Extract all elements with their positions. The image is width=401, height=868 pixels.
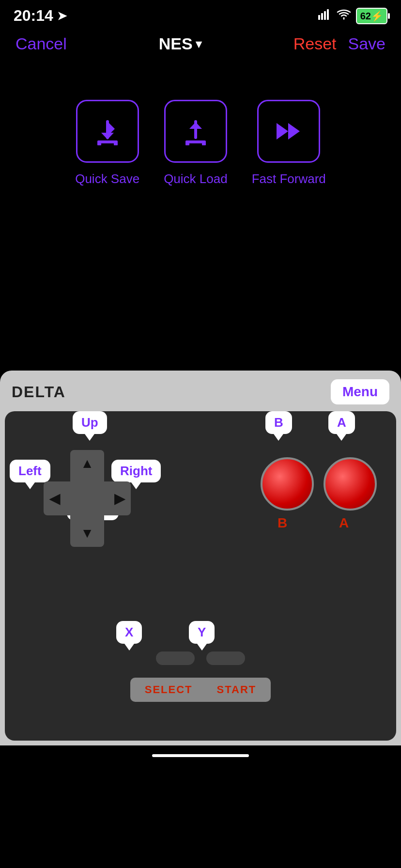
select-oval[interactable] xyxy=(156,651,195,665)
controller-body: Up Left Right Down ▲ ▼ ◀ ▶ xyxy=(5,411,396,741)
quick-save-icon-box xyxy=(76,100,139,163)
select-start-section: SELECT START xyxy=(128,651,273,702)
menu-button[interactable]: Menu xyxy=(331,379,389,404)
right-button[interactable]: Right xyxy=(111,460,161,482)
dpad-section: Up Left Right Down ▲ ▼ ◀ ▶ xyxy=(15,416,174,571)
status-bar: 20:14 ➤ 62⚡ xyxy=(0,0,401,29)
cancel-button[interactable]: Cancel xyxy=(15,34,67,53)
svg-rect-0 xyxy=(318,15,320,20)
svg-rect-1 xyxy=(321,13,323,20)
controller-area: DELTA Menu Up Left Right Down ▲ ▼ xyxy=(0,371,401,763)
nav-bar: Cancel NES ▾ Reset Save xyxy=(0,29,401,61)
nav-dropdown-arrow[interactable]: ▾ xyxy=(196,37,201,51)
nav-title: NES ▾ xyxy=(159,34,201,53)
svg-marker-11 xyxy=(189,122,202,129)
quick-save-item[interactable]: Quick Save xyxy=(75,100,139,186)
a-label: A xyxy=(339,515,349,531)
x-button[interactable]: X xyxy=(116,621,142,644)
svg-rect-14 xyxy=(202,142,206,145)
left-button[interactable]: Left xyxy=(10,460,50,482)
dpad-left-arrow: ◀ xyxy=(49,491,60,507)
b-button-label[interactable]: B xyxy=(265,411,292,434)
fast-forward-icon xyxy=(272,114,306,148)
quick-load-item[interactable]: Quick Load xyxy=(164,100,228,186)
main-content: Quick Save Quick Load xyxy=(0,61,401,371)
dpad-horizontal: ◀ ▶ xyxy=(44,481,131,515)
a-button-label[interactable]: A xyxy=(328,411,355,434)
fast-forward-item[interactable]: Fast Forward xyxy=(252,100,326,186)
delta-logo: DELTA xyxy=(12,383,66,401)
dpad-right-arrow: ▶ xyxy=(114,491,125,507)
svg-marker-6 xyxy=(101,133,114,140)
oval-buttons xyxy=(156,651,245,665)
svg-rect-2 xyxy=(324,11,326,20)
dpad-up-arrow: ▲ xyxy=(80,456,94,471)
quick-load-label: Quick Load xyxy=(164,171,228,186)
fast-forward-label: Fast Forward xyxy=(252,171,326,186)
start-button[interactable]: START xyxy=(217,683,257,696)
battery-level: 62 xyxy=(360,11,371,21)
svg-marker-16 xyxy=(288,123,300,140)
select-start-bar: SELECT START xyxy=(130,678,271,702)
svg-rect-3 xyxy=(327,9,329,20)
save-button[interactable]: Save xyxy=(348,34,386,53)
up-button[interactable]: Up xyxy=(73,411,107,434)
action-row: Quick Save Quick Load xyxy=(75,100,326,186)
status-time: 20:14 ➤ xyxy=(14,7,67,25)
svg-rect-8 xyxy=(97,142,101,145)
svg-rect-9 xyxy=(114,142,118,145)
b-button[interactable] xyxy=(261,457,314,511)
location-icon: ➤ xyxy=(57,9,67,23)
controller-header: DELTA Menu xyxy=(0,371,401,409)
a-button[interactable] xyxy=(324,457,377,511)
y-button[interactable]: Y xyxy=(189,621,215,644)
battery-icon: ⚡ xyxy=(371,11,383,21)
b-label: B xyxy=(278,515,287,531)
status-icons: 62⚡ xyxy=(318,8,387,24)
nav-title-text: NES xyxy=(159,34,193,53)
start-oval[interactable] xyxy=(206,651,245,665)
time-display: 20:14 xyxy=(14,7,53,25)
quick-save-label: Quick Save xyxy=(75,171,139,186)
battery-indicator: 62⚡ xyxy=(356,8,387,24)
home-indicator xyxy=(152,754,249,757)
quick-save-icon xyxy=(91,114,124,148)
svg-marker-15 xyxy=(277,123,288,140)
fast-forward-icon-box xyxy=(257,100,320,163)
nav-actions: Reset Save xyxy=(293,34,386,53)
wifi-icon xyxy=(337,9,351,23)
reset-button[interactable]: Reset xyxy=(293,34,337,53)
bottom-bar xyxy=(0,745,401,763)
signal-icon xyxy=(318,9,332,23)
quick-load-icon-box xyxy=(164,100,227,163)
select-button[interactable]: SELECT xyxy=(145,683,193,696)
right-buttons-section: B A B A xyxy=(251,416,386,552)
quick-load-icon xyxy=(179,114,213,148)
dpad-down-arrow: ▼ xyxy=(80,526,94,541)
svg-rect-13 xyxy=(185,142,189,145)
